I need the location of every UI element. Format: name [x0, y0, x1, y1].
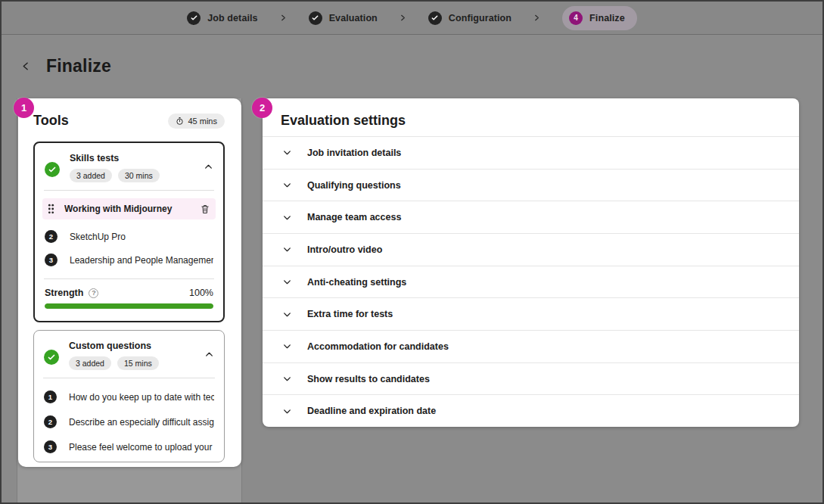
added-count-badge: 3 added — [69, 356, 111, 370]
question-item-row[interactable]: 1 How do you keep up to date with tech..… — [44, 390, 214, 403]
evaluation-settings-panel: Evaluation settings Job invitation detai… — [263, 98, 799, 427]
total-time-badge: 45 mins — [168, 114, 225, 129]
settings-row-qualifying-questions[interactable]: Qualifying questions — [263, 169, 799, 201]
drag-handle-icon[interactable] — [48, 204, 54, 214]
chevron-up-icon[interactable] — [204, 350, 214, 359]
chevron-up-icon[interactable] — [204, 162, 213, 172]
settings-title: Evaluation settings — [281, 113, 406, 129]
annotation-badge-1: 1 — [14, 98, 34, 118]
item-number-badge: 1 — [44, 390, 57, 403]
step-label: Finalize — [589, 13, 625, 23]
question-item-row[interactable]: 2 Describe an especially difficult assig… — [44, 415, 214, 428]
chevron-down-icon — [282, 180, 292, 190]
step-job-details[interactable]: Job details — [187, 11, 257, 25]
custom-card-titles: Custom questions 3 added 15 mins — [69, 339, 204, 370]
step-evaluation[interactable]: Evaluation — [309, 11, 378, 25]
item-number-badge: 3 — [44, 440, 57, 453]
step-label: Configuration — [449, 13, 512, 23]
settings-header: Evaluation settings — [263, 98, 799, 136]
question-text: Describe an especially difficult assign.… — [69, 417, 214, 428]
skill-item-row[interactable]: 3 Leadership and People Management — [45, 254, 213, 266]
settings-rows: Job invitation details Qualifying questi… — [263, 136, 799, 427]
question-text: Please feel welcome to upload your re... — [69, 442, 214, 453]
step-finalize-current[interactable]: 4 Finalize — [562, 6, 637, 30]
step-number-badge: 4 — [569, 11, 583, 25]
settings-row-show-results-to-candidates[interactable]: Show results to candidates — [263, 362, 799, 395]
chevron-down-icon — [282, 406, 292, 416]
total-time-label: 45 mins — [188, 117, 217, 126]
check-circle-icon — [309, 11, 322, 25]
divider — [44, 190, 214, 191]
chevron-down-icon — [282, 374, 292, 384]
settings-row-deadline-and-expiration-date[interactable]: Deadline and expiration date — [263, 394, 799, 427]
duration-badge: 15 mins — [117, 356, 159, 370]
settings-row-label: Intro/outro video — [307, 244, 382, 255]
tools-panel: Tools 45 mins Skills tests 3 added 30 mi… — [18, 98, 241, 467]
step-configuration[interactable]: Configuration — [428, 11, 512, 25]
item-number-badge: 3 — [45, 254, 58, 266]
chevron-down-icon — [282, 213, 292, 222]
green-check-icon — [44, 350, 59, 365]
settings-row-label: Extra time for tests — [307, 309, 393, 319]
chevron-down-icon — [282, 244, 292, 254]
item-number-badge: 2 — [45, 230, 58, 243]
tools-title: Tools — [33, 113, 69, 129]
skills-card-title: Skills tests — [70, 151, 204, 163]
step-label: Job details — [207, 13, 257, 23]
custom-card-header[interactable]: Custom questions 3 added 15 mins — [44, 339, 214, 370]
skill-item-row[interactable]: Working with Midjourney — [42, 198, 216, 219]
settings-row-label: Show results to candidates — [307, 374, 430, 384]
divider — [43, 378, 215, 378]
stepper-bar: Job details Evaluation Configuration — [2, 2, 822, 35]
chevron-down-icon — [282, 341, 292, 351]
settings-row-anti-cheating-settings[interactable]: Anti-cheating settings — [263, 266, 799, 298]
strength-label: Strength — [45, 288, 83, 298]
skill-name: Leadership and People Management — [70, 255, 213, 266]
page-heading: Finalize — [21, 56, 111, 76]
custom-questions-card: Custom questions 3 added 15 mins 1 How d… — [33, 330, 225, 462]
skill-name: SketchUp Pro — [70, 232, 213, 242]
strength-progress-fill — [45, 303, 213, 309]
stopwatch-icon — [176, 117, 184, 126]
check-circle-icon — [428, 11, 442, 25]
settings-row-extra-time-for-tests[interactable]: Extra time for tests — [263, 297, 799, 330]
settings-row-label: Deadline and expiration date — [307, 406, 436, 416]
custom-card-title: Custom questions — [69, 339, 204, 351]
settings-row-intro-outro-video[interactable]: Intro/outro video — [263, 233, 799, 266]
trash-icon[interactable] — [201, 204, 210, 214]
app-screen: Job details Evaluation Configuration — [0, 0, 824, 504]
settings-row-accommodation-for-candidates[interactable]: Accommodation for candidates — [263, 330, 799, 362]
skill-item-row[interactable]: 2 SketchUp Pro — [45, 230, 213, 243]
step-label: Evaluation — [329, 13, 378, 23]
check-circle-icon — [187, 11, 201, 25]
item-number-badge: 2 — [44, 415, 57, 428]
strength-row: Strength ? 100% — [45, 288, 213, 298]
settings-row-label: Anti-cheating settings — [307, 277, 406, 288]
strength-value: 100% — [189, 288, 213, 298]
info-icon[interactable]: ? — [89, 288, 98, 298]
strength-progress-track — [45, 303, 213, 309]
settings-row-label: Accommodation for candidates — [307, 341, 449, 352]
chevron-down-icon — [282, 277, 292, 287]
divider — [44, 278, 214, 279]
settings-row-job-invitation-details[interactable]: Job invitation details — [263, 136, 799, 169]
settings-row-label: Manage team access — [307, 212, 401, 222]
chevron-right-icon — [533, 14, 541, 22]
skills-card-badges: 3 added 30 mins — [70, 169, 204, 182]
skill-name: Working with Midjourney — [64, 204, 194, 214]
settings-row-label: Job invitation details — [307, 148, 401, 158]
question-text: How do you keep up to date with tech... — [69, 392, 214, 403]
question-item-row[interactable]: 3 Please feel welcome to upload your re.… — [44, 440, 214, 453]
skills-card-header[interactable]: Skills tests 3 added 30 mins — [45, 151, 213, 182]
skills-tests-card: Skills tests 3 added 30 mins — [33, 142, 225, 322]
annotation-badge-2: 2 — [252, 98, 272, 118]
stepper: Job details Evaluation Configuration — [187, 6, 637, 30]
settings-row-manage-team-access[interactable]: Manage team access — [263, 201, 799, 233]
chevron-right-icon — [399, 14, 407, 22]
green-check-icon — [45, 162, 60, 177]
tools-header: Tools 45 mins — [33, 113, 225, 129]
chevron-right-icon — [279, 14, 288, 22]
back-chevron-icon[interactable] — [21, 61, 31, 71]
skills-card-titles: Skills tests 3 added 30 mins — [70, 151, 204, 182]
chevron-down-icon — [282, 148, 292, 157]
